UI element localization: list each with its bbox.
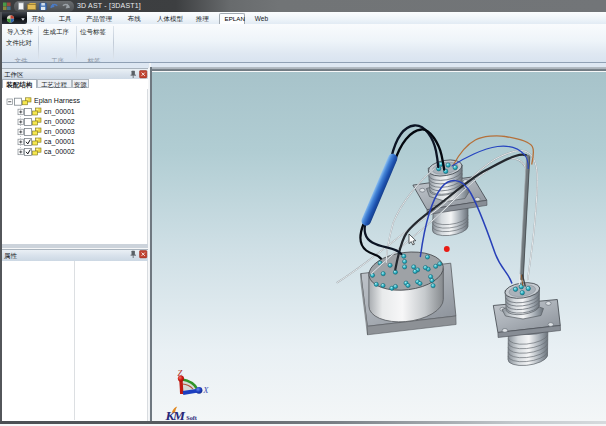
svg-text:X: X: [202, 384, 209, 394]
svg-text:Z: Z: [177, 367, 182, 377]
svg-text:Soft: Soft: [186, 413, 198, 420]
